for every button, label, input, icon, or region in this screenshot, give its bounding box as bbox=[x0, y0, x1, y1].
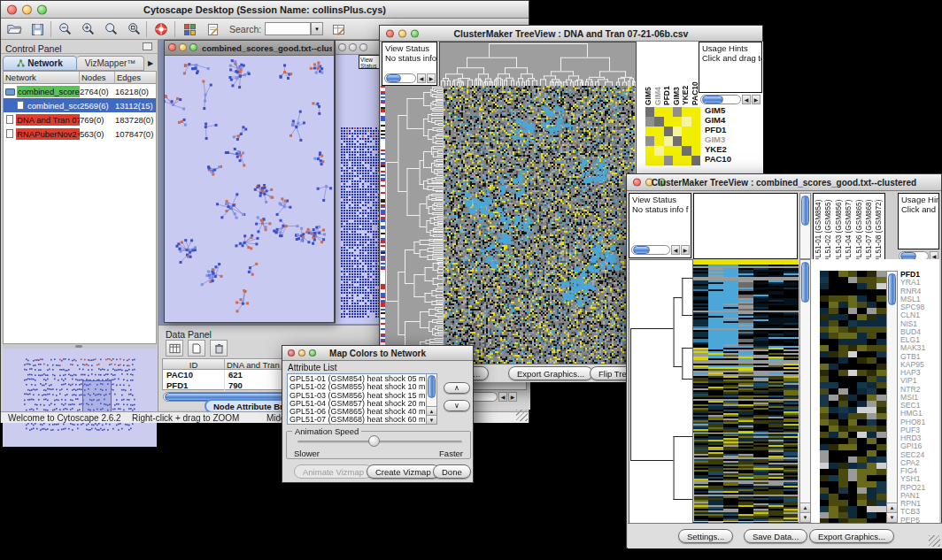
float-panel-icon[interactable] bbox=[143, 42, 152, 50]
column-header-edges[interactable]: Edges bbox=[115, 72, 156, 84]
zoom-gene-label[interactable]: GIM4 bbox=[705, 115, 761, 125]
gene-name[interactable]: HMG1 bbox=[899, 410, 939, 418]
gene-name[interactable]: NIS1 bbox=[899, 320, 939, 328]
network-tree-row[interactable]: RNAPuberNov2+I563(0)107847(0) bbox=[4, 127, 156, 141]
gene-name[interactable]: YSH1 bbox=[899, 475, 939, 483]
search-input[interactable] bbox=[265, 22, 311, 35]
gene-name[interactable]: YRA1 bbox=[899, 279, 939, 287]
tab-network[interactable]: Network bbox=[3, 56, 77, 71]
treeview-combined-title-bar[interactable]: ClusterMaker TreeView : combined_scores_… bbox=[627, 174, 941, 191]
scroll-down-arrow[interactable]: ▼ bbox=[800, 512, 810, 522]
gene-name[interactable]: RPO21 bbox=[899, 484, 939, 492]
column-header-nodes[interactable]: Nodes bbox=[80, 72, 115, 84]
background-network-window[interactable]: View Status bbox=[335, 40, 382, 323]
gene-name[interactable]: GTB1 bbox=[899, 353, 939, 361]
attribute-list-vscrollbar[interactable]: ▲ ▼ bbox=[426, 374, 436, 424]
save-session-button[interactable] bbox=[27, 19, 47, 39]
gene-name[interactable]: SEC24 bbox=[899, 451, 939, 459]
inactive-zoom-button[interactable] bbox=[359, 43, 367, 51]
animate-vizmap-button[interactable]: Animate Vizmap bbox=[294, 464, 373, 479]
inactive-close-button[interactable] bbox=[338, 43, 346, 51]
gene-name[interactable]: GPI16 bbox=[899, 442, 939, 450]
attribute-list-item[interactable]: GPL51-02 (GSM855) heat shock 10 min bbox=[288, 383, 436, 391]
zoom-gene-label[interactable]: PAC10 bbox=[705, 154, 761, 164]
scroll-down-arrow[interactable]: ▼ bbox=[427, 415, 436, 424]
network-tree-row[interactable]: DNA and Tran 07769(0)183728(0) bbox=[4, 112, 156, 127]
view-status-hscrollbar[interactable]: ◀▶ bbox=[631, 245, 690, 255]
tab-vizmapper[interactable]: VizMapper™ bbox=[77, 56, 144, 71]
attribute-list-item[interactable]: GPL51-06 (GSM865) heat shock 40 min bbox=[288, 408, 436, 416]
zoom-gene-label[interactable]: GIM3 bbox=[705, 134, 761, 144]
attribute-list-item[interactable]: GPL51-07 (GSM868) heat shock 60 min bbox=[288, 416, 436, 424]
tab-overflow-arrow[interactable]: ▶ bbox=[144, 56, 157, 71]
zoom-gene-label[interactable]: GIM5 bbox=[705, 105, 761, 115]
gene-name[interactable]: NTR2 bbox=[899, 386, 939, 394]
table-icon[interactable] bbox=[166, 340, 183, 357]
row-dendrogram-canvas[interactable] bbox=[629, 259, 693, 525]
header-vscrollbar[interactable] bbox=[799, 193, 811, 259]
gene-name[interactable]: RPN1 bbox=[899, 500, 939, 508]
open-session-button[interactable] bbox=[4, 19, 24, 39]
network-minimize-button[interactable] bbox=[179, 43, 187, 51]
scroll-left-arrow[interactable]: ◀ bbox=[498, 392, 507, 402]
gene-name[interactable]: BUD4 bbox=[899, 328, 939, 336]
zoom-matrix[interactable] bbox=[645, 107, 700, 165]
gene-name[interactable]: MSL1 bbox=[899, 295, 939, 303]
done-button[interactable]: Done bbox=[433, 464, 471, 479]
row-dendrogram-canvas[interactable] bbox=[385, 86, 443, 364]
scroll-up-arrow[interactable]: ▲ bbox=[887, 502, 897, 512]
network-tree-row[interactable]: combined_scores2764(0)16218(0) bbox=[4, 84, 156, 98]
network-graph-canvas[interactable] bbox=[165, 56, 334, 322]
settings-button[interactable]: Settings... bbox=[678, 529, 733, 543]
attribute-list-item[interactable]: GPL51-01 (GSM854) heat shock 05 min bbox=[288, 375, 436, 383]
global-heatmap-canvas[interactable] bbox=[693, 259, 799, 523]
attribute-list-item[interactable]: GPL51-03 (GSM856) heat shock 15 min bbox=[288, 392, 436, 400]
gene-name[interactable]: HAP3 bbox=[899, 369, 939, 377]
export-graphics-button[interactable]: Export Graphics... bbox=[508, 366, 593, 380]
gene-name[interactable]: MAK31 bbox=[899, 344, 939, 352]
save-data-button[interactable]: Save Data... bbox=[744, 529, 807, 543]
gene-name[interactable]: SEC1 bbox=[899, 402, 939, 410]
gene-name[interactable]: FIG4 bbox=[899, 467, 939, 475]
resize-grip[interactable] bbox=[929, 535, 940, 547]
new-attribute-icon[interactable] bbox=[188, 340, 205, 357]
scroll-down-arrow[interactable]: ▼ bbox=[887, 512, 897, 522]
scroll-up-arrow[interactable]: ▲ bbox=[800, 502, 810, 512]
export-graphics-button[interactable]: Export Graphics... bbox=[809, 529, 894, 543]
view-status-hscrollbar[interactable]: ◀▶ bbox=[384, 73, 436, 83]
attribute-list[interactable]: GPL51-01 (GSM854) heat shock 05 minGPL51… bbox=[287, 373, 437, 425]
treeview-dna-title-bar[interactable]: ClusterMaker TreeView : DNA and Tran 07-… bbox=[380, 26, 762, 42]
zoom-out-icon[interactable] bbox=[56, 19, 75, 39]
column-header-network[interactable]: Network bbox=[4, 72, 80, 84]
column-dendrogram-canvas[interactable] bbox=[439, 42, 637, 88]
global-heatmap-canvas[interactable] bbox=[444, 86, 635, 364]
gene-name[interactable]: PAN1 bbox=[899, 492, 939, 500]
scroll-up-arrow[interactable]: ▲ bbox=[427, 406, 436, 415]
move-up-button[interactable]: ∧ bbox=[444, 382, 470, 394]
gene-name[interactable]: PFD1 bbox=[899, 271, 939, 279]
help-lifering-icon[interactable] bbox=[151, 19, 171, 39]
zoom-gene-label[interactable]: YKE2 bbox=[705, 144, 761, 154]
gene-name[interactable]: MSI1 bbox=[899, 394, 939, 402]
network-tree-row[interactable]: combined_sco2569(6)13112(15) bbox=[4, 98, 156, 112]
speed-slider-track[interactable] bbox=[297, 441, 462, 443]
main-title-bar[interactable]: Cytoscape Desktop (Session Name: collins… bbox=[1, 1, 529, 19]
gene-name[interactable]: CLN1 bbox=[899, 311, 939, 319]
zoom-gene-label[interactable]: PFD1 bbox=[705, 125, 761, 134]
vizmapper-icon[interactable] bbox=[180, 19, 199, 39]
data-column-id[interactable]: ID bbox=[163, 359, 225, 370]
network-zoom-button[interactable] bbox=[189, 43, 197, 51]
gene-name[interactable]: HRD3 bbox=[899, 434, 939, 442]
gene-name[interactable]: KAP95 bbox=[899, 361, 939, 369]
dialog-title-bar[interactable]: Map Colors to Network bbox=[282, 346, 473, 361]
zoom-selected-icon[interactable] bbox=[125, 19, 144, 39]
dense-node-grid-canvas[interactable] bbox=[336, 69, 382, 324]
zoom-in-icon[interactable] bbox=[79, 19, 98, 39]
heatmap-vscrollbar[interactable]: ▲ ▼ bbox=[799, 259, 811, 523]
usage-hints-hscrollbar[interactable]: ◀▶ bbox=[700, 95, 761, 104]
move-down-button[interactable]: ∨ bbox=[444, 400, 470, 411]
create-vizmap-button[interactable]: Create Vizmap bbox=[367, 464, 440, 479]
search-dropdown-button[interactable]: ▼ bbox=[311, 22, 323, 35]
gene-name[interactable]: PHO81 bbox=[899, 418, 939, 426]
inactive-minimize-button[interactable] bbox=[349, 43, 357, 51]
